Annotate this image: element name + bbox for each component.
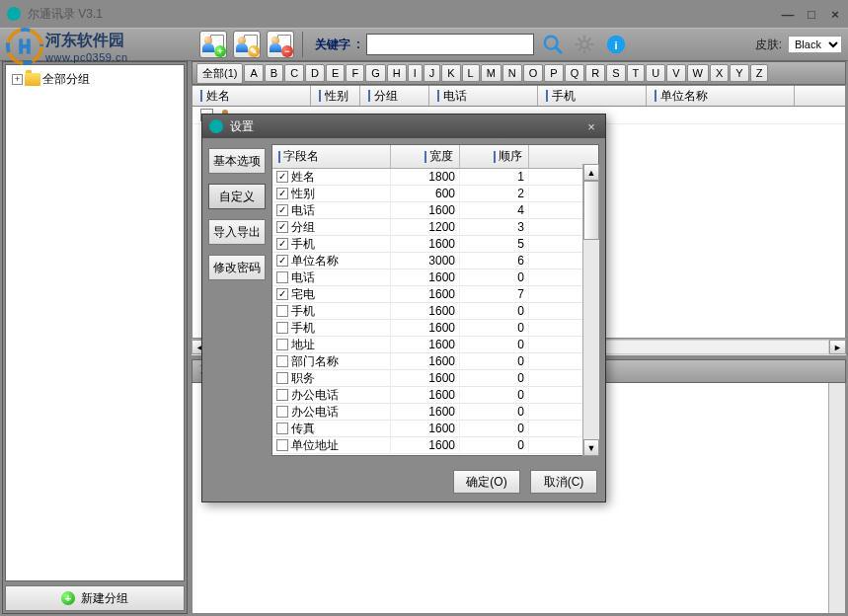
field-checkbox[interactable] (276, 221, 288, 233)
column-header[interactable]: 分组 (360, 86, 429, 106)
new-group-button[interactable]: + 新建分组 (5, 585, 185, 611)
dialog-tab[interactable]: 基本选项 (208, 148, 266, 174)
field-checkbox[interactable] (276, 288, 288, 300)
alpha-chip[interactable]: J (424, 64, 441, 82)
alpha-chip[interactable]: B (265, 64, 283, 82)
grid-vertical-scrollbar[interactable]: ▲ ▼ (582, 164, 599, 456)
field-checkbox[interactable] (276, 238, 288, 250)
alpha-chip[interactable]: Z (750, 64, 769, 82)
minimize-button[interactable]: — (781, 7, 795, 21)
field-row[interactable]: 手机16000 (272, 320, 598, 337)
field-row[interactable]: 单位地址16000 (272, 437, 598, 454)
field-row[interactable]: 职务16000 (272, 370, 598, 387)
expand-icon[interactable]: + (12, 74, 23, 85)
alpha-chip[interactable]: W (687, 64, 709, 82)
add-contact-button[interactable]: + (199, 31, 227, 58)
vscroll-thumb[interactable] (583, 181, 599, 240)
alpha-chip[interactable]: N (502, 64, 522, 82)
detail-vertical-scrollbar[interactable] (828, 383, 845, 614)
alpha-chip[interactable]: Y (730, 64, 748, 82)
scroll-up-button[interactable]: ▲ (583, 164, 599, 181)
alpha-chip[interactable]: O (523, 64, 544, 82)
skin-select[interactable]: Black (788, 36, 842, 53)
field-row[interactable]: 宅电16007 (272, 286, 598, 303)
field-checkbox[interactable] (276, 355, 288, 367)
alpha-chip[interactable]: U (646, 64, 665, 82)
col-order[interactable]: 顺序 (499, 148, 522, 165)
column-header[interactable]: 手机 (538, 86, 647, 106)
alpha-chip[interactable]: V (666, 64, 685, 82)
dialog-tab[interactable]: 修改密码 (208, 255, 266, 280)
field-row[interactable]: 电话16000 (272, 270, 598, 286)
dialog-close-button[interactable]: × (583, 118, 599, 134)
group-tree[interactable]: + 全部分组 (5, 64, 185, 581)
field-row[interactable]: 电话16004 (272, 202, 598, 219)
info-button[interactable]: i (603, 32, 629, 57)
field-checkbox[interactable] (276, 255, 288, 267)
field-row[interactable]: 手机16000 (272, 303, 598, 320)
field-row[interactable]: 姓名18001 (272, 169, 598, 186)
alpha-chip[interactable]: T (627, 64, 646, 82)
alpha-chip[interactable]: K (441, 64, 460, 82)
column-header[interactable]: 电话 (429, 86, 538, 106)
maximize-button[interactable]: □ (805, 7, 818, 21)
field-checkbox[interactable] (276, 305, 288, 317)
alpha-chip[interactable]: G (365, 64, 386, 82)
field-checkbox[interactable] (276, 339, 288, 350)
dialog-tab[interactable]: 导入导出 (208, 219, 266, 245)
field-row[interactable]: 单位名称30006 (272, 253, 598, 270)
alpha-chip[interactable]: M (481, 64, 501, 82)
field-row[interactable]: 地址16000 (272, 337, 598, 353)
alpha-chip[interactable]: F (346, 64, 364, 82)
field-checkbox[interactable] (276, 439, 288, 451)
alpha-chip[interactable]: Q (565, 64, 585, 82)
field-checkbox[interactable] (276, 188, 288, 199)
field-row[interactable]: 办公电话16000 (272, 404, 598, 421)
alpha-chip[interactable]: R (585, 64, 605, 82)
cancel-button[interactable]: 取消(C) (530, 470, 597, 494)
column-header[interactable]: 姓名 (193, 86, 311, 106)
field-checkbox[interactable] (276, 423, 288, 434)
dialog-tab[interactable]: 自定义 (208, 184, 266, 209)
tree-root[interactable]: + 全部分组 (10, 69, 180, 90)
field-name: 手机 (291, 303, 315, 320)
column-header[interactable]: 单位名称 (647, 86, 795, 106)
alpha-chip[interactable]: D (305, 64, 325, 82)
field-row[interactable]: 性别6002 (272, 186, 598, 202)
delete-contact-button[interactable]: − (267, 31, 294, 58)
field-checkbox[interactable] (276, 406, 288, 418)
field-row[interactable]: 分组12003 (272, 219, 598, 236)
settings-button[interactable] (572, 32, 597, 57)
alpha-chip[interactable]: C (284, 64, 304, 82)
field-row[interactable]: 办公电话16000 (272, 387, 598, 404)
alpha-chip[interactable]: I (408, 64, 423, 82)
col-fieldname[interactable]: 字段名 (283, 148, 319, 165)
alpha-chip[interactable]: E (326, 64, 345, 82)
ok-button[interactable]: 确定(O) (453, 470, 520, 494)
alpha-chip[interactable]: P (544, 64, 563, 82)
toolbar-separator (302, 32, 303, 57)
keyword-input[interactable] (366, 34, 534, 55)
field-checkbox[interactable] (276, 322, 288, 334)
field-row[interactable]: 手机16005 (272, 236, 598, 253)
alpha-chip[interactable]: 全部(1) (196, 63, 243, 84)
alpha-chip[interactable]: A (244, 64, 263, 82)
field-checkbox[interactable] (276, 389, 288, 401)
alpha-chip[interactable]: X (710, 64, 729, 82)
field-checkbox[interactable] (276, 271, 288, 283)
field-row[interactable]: 部门名称16000 (272, 353, 598, 370)
field-row[interactable]: 传真16000 (272, 421, 598, 437)
alpha-chip[interactable]: S (606, 64, 625, 82)
alpha-chip[interactable]: H (387, 64, 407, 82)
search-button[interactable] (540, 32, 566, 57)
alpha-chip[interactable]: L (462, 64, 480, 82)
field-checkbox[interactable] (276, 372, 288, 384)
scroll-right-button[interactable]: ► (829, 340, 846, 354)
col-width[interactable]: 宽度 (429, 148, 453, 165)
edit-contact-button[interactable]: ✎ (233, 31, 261, 58)
column-header[interactable]: 性别 (311, 86, 360, 106)
field-checkbox[interactable] (276, 204, 288, 216)
scroll-down-button[interactable]: ▼ (583, 439, 599, 456)
field-checkbox[interactable] (276, 171, 288, 183)
close-button[interactable]: × (828, 7, 842, 21)
